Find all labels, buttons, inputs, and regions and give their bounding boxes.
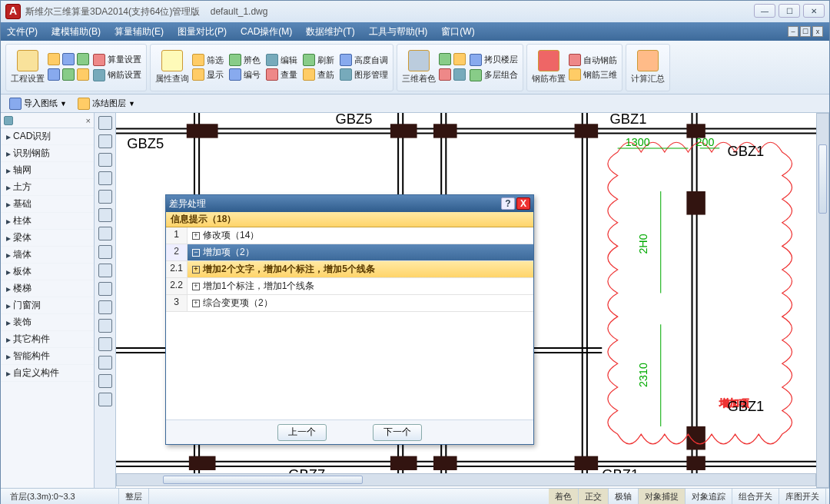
mdi-max[interactable]: ☐ — [800, 26, 811, 37]
property-query-button[interactable]: 属性查询 — [154, 45, 191, 90]
i4[interactable] — [453, 68, 466, 81]
gfx-button[interactable]: 图形管理 — [338, 68, 390, 81]
expand-icon[interactable]: + — [192, 300, 200, 307]
menu-tools[interactable]: 工具与帮助(H) — [369, 25, 428, 38]
sidebar-item-beam[interactable]: ▸梁体 — [1, 230, 94, 247]
redo-icon[interactable] — [77, 68, 89, 81]
mdi-min[interactable]: – — [788, 26, 798, 37]
rebar-3d-button[interactable]: 钢筋三维 — [567, 68, 619, 81]
sidebar-item-smart[interactable]: ▸智能构件 — [1, 348, 94, 365]
font-icon[interactable] — [48, 68, 60, 81]
floor-cell[interactable]: 首层(3.3m):0~3.3 — [4, 489, 119, 504]
palette-tool[interactable] — [98, 134, 112, 148]
palette-tool[interactable] — [98, 319, 112, 333]
import-drawing-button[interactable]: 导入图纸▼ — [5, 96, 71, 111]
status-cell[interactable]: 正交 — [579, 489, 609, 504]
palette-tool[interactable] — [98, 153, 112, 167]
sidebar-item-cad[interactable]: ▸CAD识别 — [1, 128, 94, 145]
save-icon[interactable] — [77, 53, 89, 65]
calc-summary-button[interactable]: 计算汇总 — [629, 45, 666, 90]
palette-tool[interactable] — [98, 190, 112, 204]
expand-icon[interactable]: + — [192, 283, 200, 290]
sidebar-item-stair[interactable]: ▸楼梯 — [1, 280, 94, 297]
next-button[interactable]: 下一个 — [373, 424, 422, 441]
list-row[interactable]: 3+综合变更项（2） — [166, 295, 533, 312]
open-icon[interactable] — [62, 53, 75, 65]
menu-window[interactable]: 窗口(W) — [441, 25, 474, 38]
dialog-close-button[interactable]: X — [516, 197, 530, 210]
palette-tool[interactable] — [98, 337, 112, 351]
horizontal-scrollbar[interactable] — [116, 473, 816, 486]
minimize-button[interactable]: — — [754, 4, 775, 18]
list-row[interactable]: 1+修改项（14） — [166, 227, 533, 244]
sidebar-item-wall[interactable]: ▸墙体 — [1, 247, 94, 264]
sidebar-item-finish[interactable]: ▸装饰 — [1, 314, 94, 331]
menu-compare[interactable]: 图量对比(P) — [178, 25, 227, 38]
list-row[interactable]: 2−增加项（2） — [166, 244, 533, 261]
sidebar-item-custom[interactable]: ▸自定义构件 — [1, 365, 94, 382]
status-cell[interactable]: 组合开关 — [732, 489, 779, 504]
menu-data[interactable]: 数据维护(T) — [306, 25, 354, 38]
refresh-button[interactable]: 刷新 — [301, 53, 336, 67]
palette-tool[interactable] — [98, 227, 112, 240]
project-settings-button[interactable]: 工程设置 — [9, 45, 46, 90]
list-row[interactable]: 2.1+增加2个文字，增加4个标注，增加5个线条 — [166, 261, 533, 278]
multi-floor-button[interactable]: 多层组合 — [468, 68, 520, 82]
i3[interactable] — [439, 68, 451, 81]
status-cell[interactable]: 极轴 — [609, 489, 639, 504]
palette-tool[interactable] — [98, 245, 112, 259]
freeze-layer-button[interactable]: 冻结图层▼ — [74, 96, 139, 111]
edit-button[interactable]: 编辑 — [264, 53, 299, 67]
palette-tool[interactable] — [98, 393, 112, 406]
status-cell[interactable]: 整层 — [119, 489, 149, 504]
sidebar-item-slab[interactable]: ▸板体 — [1, 264, 94, 280]
auto-rebar-button[interactable]: 自动钢筋 — [567, 53, 619, 67]
rebar-check-button[interactable]: 查筋 — [301, 68, 336, 81]
sidebar-item-column[interactable]: ▸柱体 — [1, 213, 94, 230]
palette-tool[interactable] — [98, 300, 112, 314]
status-cell[interactable]: 着色 — [549, 489, 579, 504]
palette-tool[interactable] — [98, 264, 112, 277]
calc-settings-button[interactable]: 算量设置 — [91, 53, 143, 67]
palette-tool[interactable] — [98, 282, 112, 296]
menu-calc[interactable]: 算量辅助(E) — [115, 25, 164, 38]
copy-floor-button[interactable]: 拷贝楼层 — [468, 53, 520, 67]
dialog-titlebar[interactable]: 差异处理 ?X — [166, 195, 533, 212]
pin-icon[interactable] — [4, 116, 13, 125]
qty-button[interactable]: 查量 — [264, 68, 299, 81]
status-cell[interactable]: 库图开关 — [779, 489, 826, 504]
palette-tool[interactable] — [98, 171, 112, 185]
sidebar-item-opening[interactable]: ▸门窗洞 — [1, 297, 94, 314]
menu-model[interactable]: 建模辅助(B) — [51, 25, 101, 38]
mdi-close[interactable]: x — [812, 26, 823, 37]
maximize-button[interactable]: ☐ — [779, 4, 800, 18]
filter-button[interactable]: 筛选 — [191, 53, 225, 67]
menu-cad[interactable]: CAD操作(M) — [241, 25, 292, 38]
i2[interactable] — [453, 53, 466, 65]
sidebar-item-earth[interactable]: ▸土方 — [1, 179, 94, 196]
sidebar-item-other[interactable]: ▸其它构件 — [1, 331, 94, 348]
color-button[interactable]: 辨色 — [227, 53, 262, 67]
height-button[interactable]: 高度自调 — [338, 53, 390, 67]
palette-tool[interactable] — [98, 356, 112, 370]
3d-shade-button[interactable]: 三维着色 — [400, 45, 437, 90]
palette-tool[interactable] — [98, 208, 112, 222]
show-button[interactable]: 显示 — [191, 68, 225, 81]
vertical-scrollbar[interactable] — [816, 113, 829, 488]
id-button[interactable]: 编号 — [227, 68, 262, 81]
expand-icon[interactable]: − — [192, 249, 200, 257]
status-cell[interactable]: 对象追踪 — [686, 489, 732, 504]
rebar-settings-button[interactable]: 钢筋设置 — [91, 68, 143, 82]
new-icon[interactable] — [48, 53, 60, 65]
palette-tool[interactable] — [98, 374, 112, 388]
i1[interactable] — [439, 53, 451, 65]
expand-icon[interactable]: + — [192, 232, 200, 240]
list-row[interactable]: 2.2+增加1个标注，增加1个线条 — [166, 278, 533, 295]
sidebar-item-axis[interactable]: ▸轴网 — [1, 162, 94, 179]
rebar-layout-button[interactable]: 钢筋布置 — [530, 45, 567, 90]
sidebar-close[interactable]: × — [86, 116, 91, 125]
sidebar-item-rebar[interactable]: ▸识别钢筋 — [1, 145, 94, 162]
undo-icon[interactable] — [62, 68, 75, 81]
prev-button[interactable]: 上一个 — [277, 424, 327, 441]
close-button[interactable]: ✕ — [803, 4, 825, 18]
